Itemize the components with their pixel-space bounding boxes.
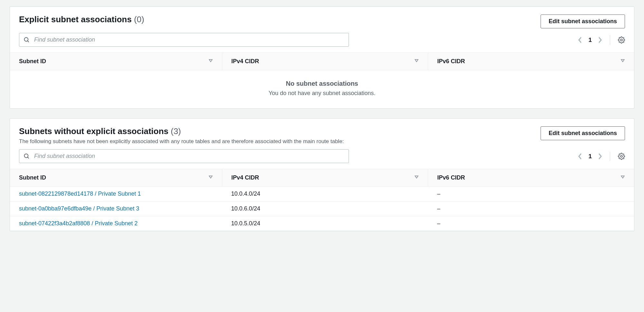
ipv6-cell: – xyxy=(428,187,634,201)
sort-triangle-icon xyxy=(208,174,213,179)
svg-point-6 xyxy=(24,154,28,158)
svg-point-8 xyxy=(620,155,622,157)
col-ipv4-cidr[interactable]: IPv4 CIDR xyxy=(222,53,428,70)
col-ipv6-cidr[interactable]: IPv6 CIDR xyxy=(428,53,634,70)
implicit-search-input[interactable] xyxy=(19,149,349,163)
ipv4-cell: 10.0.4.0/24 xyxy=(222,187,428,201)
sort-triangle-icon xyxy=(620,58,625,63)
ipv6-cell: – xyxy=(428,216,634,231)
col-subnet-id-label: Subnet ID xyxy=(19,174,46,181)
search-icon xyxy=(24,153,30,160)
sort-triangle-icon xyxy=(620,174,625,179)
explicit-empty-state: No subnet associations You do not have a… xyxy=(10,70,634,108)
svg-marker-3 xyxy=(209,60,212,62)
settings-button[interactable] xyxy=(618,153,625,160)
empty-title: No subnet associations xyxy=(10,80,634,87)
sort-triangle-icon xyxy=(414,58,419,63)
settings-button[interactable] xyxy=(618,36,625,44)
col-ipv6-label: IPv6 CIDR xyxy=(437,174,465,181)
svg-marker-9 xyxy=(209,176,212,178)
implicit-title: Subnets without explicit associations (3… xyxy=(19,126,541,136)
implicit-table: Subnet ID IPv4 CIDR IPv6 CIDR xyxy=(10,169,634,231)
implicit-title-text: Subnets without explicit associations xyxy=(19,126,168,136)
col-subnet-id-label: Subnet ID xyxy=(19,58,46,64)
explicit-title: Explicit subnet associations (0) xyxy=(19,15,541,24)
col-ipv4-label: IPv4 CIDR xyxy=(231,174,259,181)
subnet-link[interactable]: subnet-0822129878ed14178 / Private Subne… xyxy=(19,190,141,197)
explicit-page-number: 1 xyxy=(588,36,592,44)
explicit-title-text: Explicit subnet associations xyxy=(19,15,132,24)
svg-line-7 xyxy=(28,157,29,158)
subnet-link[interactable]: subnet-07422f3a4b2af8808 / Private Subne… xyxy=(19,220,138,227)
col-ipv4-label: IPv4 CIDR xyxy=(231,58,259,64)
implicit-subtitle: The following subnets have not been expl… xyxy=(19,138,541,145)
explicit-panel: Explicit subnet associations (0) Edit su… xyxy=(10,6,634,109)
explicit-count: (0) xyxy=(134,15,144,24)
explicit-table: Subnet ID IPv4 CIDR IPv6 CIDR xyxy=(10,53,634,108)
next-page-button[interactable] xyxy=(598,153,602,160)
implicit-count: (3) xyxy=(171,126,181,136)
svg-marker-4 xyxy=(415,60,418,62)
sort-triangle-icon xyxy=(208,58,213,63)
divider xyxy=(610,35,610,44)
prev-page-button[interactable] xyxy=(578,36,582,44)
table-row: subnet-0a0bba97e6dfba49e / Private Subne… xyxy=(10,201,634,216)
col-subnet-id[interactable]: Subnet ID xyxy=(10,169,222,187)
prev-page-button[interactable] xyxy=(578,153,582,160)
svg-point-0 xyxy=(24,37,28,41)
table-row: subnet-0822129878ed14178 / Private Subne… xyxy=(10,187,634,201)
implicit-search-wrap xyxy=(19,149,349,163)
subnet-link[interactable]: subnet-0a0bba97e6dfba49e / Private Subne… xyxy=(19,205,139,212)
ipv6-cell: – xyxy=(428,201,634,216)
explicit-pagination: 1 xyxy=(578,35,625,44)
svg-marker-11 xyxy=(621,176,624,178)
divider xyxy=(610,152,610,161)
col-ipv4-cidr[interactable]: IPv4 CIDR xyxy=(222,169,428,187)
svg-marker-10 xyxy=(415,176,418,178)
col-ipv6-cidr[interactable]: IPv6 CIDR xyxy=(428,169,634,187)
col-ipv6-label: IPv6 CIDR xyxy=(437,58,465,64)
sort-triangle-icon xyxy=(414,174,419,179)
ipv4-cell: 10.0.5.0/24 xyxy=(222,216,428,231)
explicit-search-input[interactable] xyxy=(19,33,349,47)
svg-point-2 xyxy=(620,39,622,41)
svg-line-1 xyxy=(28,41,29,42)
edit-subnet-associations-button[interactable]: Edit subnet associations xyxy=(541,126,625,140)
explicit-search-wrap xyxy=(19,33,349,47)
svg-marker-5 xyxy=(621,60,624,62)
ipv4-cell: 10.0.6.0/24 xyxy=(222,201,428,216)
col-subnet-id[interactable]: Subnet ID xyxy=(10,53,222,70)
table-row: subnet-07422f3a4b2af8808 / Private Subne… xyxy=(10,216,634,231)
implicit-pagination: 1 xyxy=(578,152,625,161)
edit-subnet-associations-button[interactable]: Edit subnet associations xyxy=(541,15,625,28)
implicit-panel: Subnets without explicit associations (3… xyxy=(10,118,634,231)
next-page-button[interactable] xyxy=(598,36,602,44)
search-icon xyxy=(24,37,30,43)
empty-subtitle: You do not have any subnet associations. xyxy=(10,90,634,97)
implicit-page-number: 1 xyxy=(588,153,592,160)
